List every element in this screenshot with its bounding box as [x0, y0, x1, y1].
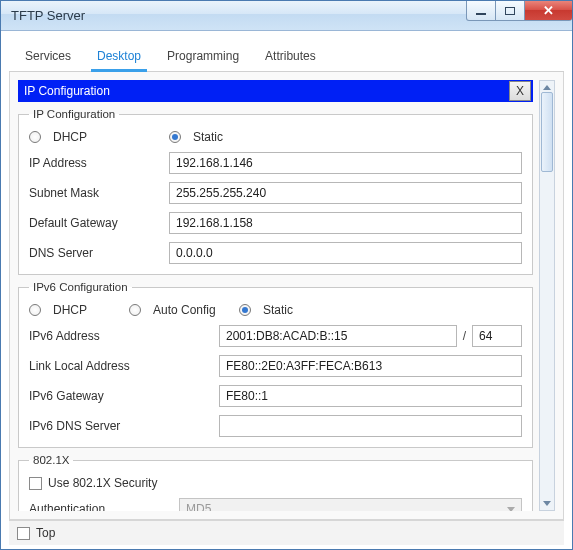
- top-checkbox[interactable]: [17, 527, 30, 540]
- panel-title: IP Configuration: [24, 84, 110, 98]
- ipv4-dhcp-radio[interactable]: [29, 131, 41, 143]
- close-button[interactable]: ✕: [524, 1, 572, 21]
- use-8021x-label: Use 802.1X Security: [48, 476, 157, 490]
- tab-body: IP Configuration X IP Configuration DHCP: [9, 72, 564, 520]
- ipv6-gateway-input[interactable]: [219, 385, 522, 407]
- default-gateway-label: Default Gateway: [29, 216, 169, 230]
- scroll-thumb[interactable]: [541, 92, 553, 172]
- client-area: Services Desktop Programming Attributes …: [1, 31, 572, 549]
- dot1x-legend: 802.1X: [29, 454, 73, 466]
- ipv4-dhcp-label: DHCP: [53, 130, 87, 144]
- default-gateway-input[interactable]: [169, 212, 522, 234]
- dot1x-group: 802.1X Use 802.1X Security Authenticatio…: [18, 454, 533, 511]
- auth-value: MD5: [186, 502, 211, 511]
- ip-address-input[interactable]: [169, 152, 522, 174]
- maximize-icon: [505, 7, 515, 15]
- ip-address-label: IP Address: [29, 156, 169, 170]
- tab-bar: Services Desktop Programming Attributes: [9, 39, 564, 72]
- ipv6-auto-radio[interactable]: [129, 304, 141, 316]
- tab-programming[interactable]: Programming: [165, 45, 241, 71]
- minimize-icon: [476, 13, 486, 15]
- minimize-button[interactable]: [466, 1, 496, 21]
- panel-header: IP Configuration X: [18, 80, 533, 102]
- auth-select[interactable]: MD5: [179, 498, 522, 511]
- scroll-up-icon[interactable]: [543, 85, 551, 90]
- auth-label: Authentication: [29, 502, 179, 511]
- subnet-mask-input[interactable]: [169, 182, 522, 204]
- tab-attributes[interactable]: Attributes: [263, 45, 318, 71]
- use-8021x-checkbox[interactable]: [29, 477, 42, 490]
- window-title: TFTP Server: [11, 8, 85, 23]
- ipv6-dhcp-label: DHCP: [53, 303, 87, 317]
- ipv6-address-label: IPv6 Address: [29, 329, 219, 343]
- ipv4-static-radio[interactable]: [169, 131, 181, 143]
- tab-desktop[interactable]: Desktop: [95, 45, 143, 71]
- panel-close-button[interactable]: X: [509, 81, 531, 101]
- ipv6-dns-label: IPv6 DNS Server: [29, 419, 219, 433]
- ipv6-gateway-label: IPv6 Gateway: [29, 389, 219, 403]
- dns-server-label: DNS Server: [29, 246, 169, 260]
- footer-bar: Top: [9, 520, 564, 545]
- ipv6-static-label: Static: [263, 303, 293, 317]
- close-icon: ✕: [543, 4, 554, 17]
- ipv4-static-label: Static: [193, 130, 223, 144]
- ipv6-static-radio[interactable]: [239, 304, 251, 316]
- tab-services[interactable]: Services: [23, 45, 73, 71]
- scroll-down-icon[interactable]: [543, 501, 551, 506]
- app-window: TFTP Server ✕ Services Desktop Programmi…: [0, 0, 573, 550]
- ipv6-legend: IPv6 Configuration: [29, 281, 132, 293]
- ipv6-address-input[interactable]: [219, 325, 457, 347]
- ipv6-dns-input[interactable]: [219, 415, 522, 437]
- panel-content: IP Configuration X IP Configuration DHCP: [18, 80, 539, 511]
- ipv4-legend: IP Configuration: [29, 108, 119, 120]
- ipv4-group: IP Configuration DHCP Static: [18, 108, 533, 275]
- window-controls: ✕: [467, 1, 572, 23]
- dns-server-input[interactable]: [169, 242, 522, 264]
- link-local-input[interactable]: [219, 355, 522, 377]
- vertical-scrollbar[interactable]: [539, 80, 555, 511]
- maximize-button[interactable]: [495, 1, 525, 21]
- ipv6-group: IPv6 Configuration DHCP Auto Config: [18, 281, 533, 448]
- subnet-mask-label: Subnet Mask: [29, 186, 169, 200]
- top-label: Top: [36, 526, 55, 540]
- link-local-label: Link Local Address: [29, 359, 219, 373]
- titlebar: TFTP Server ✕: [1, 1, 572, 31]
- ipv6-prefix-input[interactable]: [472, 325, 522, 347]
- ipv6-auto-label: Auto Config: [153, 303, 216, 317]
- prefix-separator: /: [463, 329, 466, 343]
- ipv6-dhcp-radio[interactable]: [29, 304, 41, 316]
- chevron-down-icon: [507, 507, 515, 512]
